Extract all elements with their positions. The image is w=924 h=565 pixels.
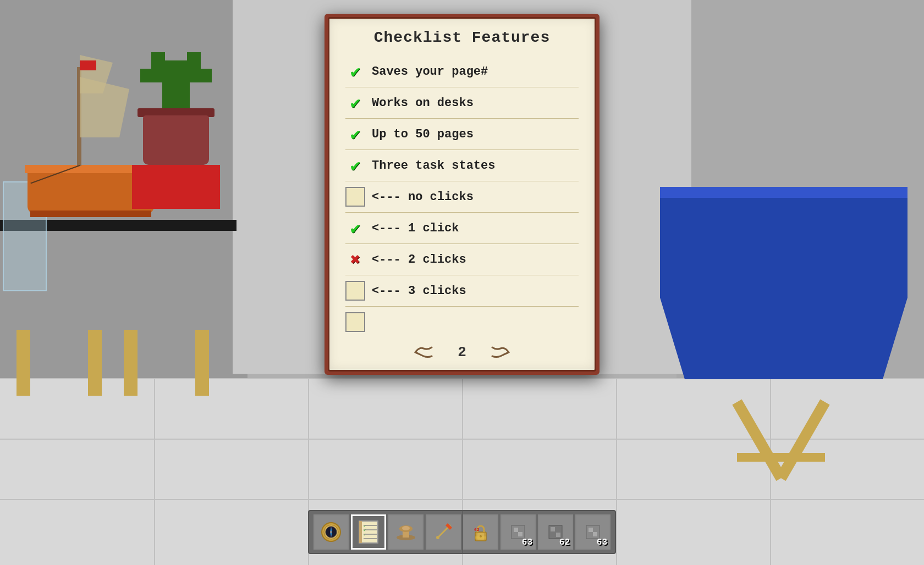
checklist-items: Saves your page# Works on desks Up to 50… (345, 56, 579, 337)
item7-count: 62 (559, 538, 570, 547)
pot-body (143, 115, 209, 165)
svg-rect-33 (518, 532, 522, 536)
book-title: Checklist Features (345, 29, 579, 46)
checklist-item-4[interactable]: Three task states (345, 150, 579, 181)
svg-rect-29 (475, 536, 486, 539)
hotbar-slot-6[interactable]: 63 (501, 514, 536, 550)
checklist-item-3[interactable]: Up to 50 pages (345, 119, 579, 150)
svg-text:S: S (330, 539, 332, 542)
cactus-arm-left (140, 69, 165, 82)
checkbox-empty-9[interactable] (345, 312, 365, 332)
checklist-item-2[interactable]: Works on desks (345, 87, 579, 119)
svg-point-5 (330, 531, 332, 533)
svg-rect-35 (551, 527, 555, 531)
svg-rect-38 (588, 528, 593, 532)
svg-rect-9 (359, 521, 362, 543)
ship-bottom (30, 211, 151, 217)
hotbar-slot-1[interactable]: N S (314, 514, 349, 550)
svg-text:✓: ✓ (364, 524, 366, 528)
svg-rect-21 (403, 534, 409, 537)
compass-icon: N S (319, 520, 343, 544)
checkbox-empty-8[interactable] (345, 281, 365, 301)
checklist-item-9[interactable] (345, 307, 579, 337)
svg-text:62: 62 (474, 527, 480, 532)
blue-table (660, 187, 908, 379)
checklist-item-6[interactable]: <--- 1 click (345, 213, 579, 244)
cactus-arm-right (187, 69, 212, 82)
hotbar: N S ✓ ✓ ✓ (308, 510, 616, 554)
svg-point-20 (402, 526, 410, 530)
checklist-icon: ✓ ✓ ✓ (356, 520, 381, 544)
checkbox-checked-1[interactable] (345, 62, 365, 81)
checkbox-crossed-7[interactable] (345, 250, 365, 269)
table-leg (124, 330, 138, 396)
tool-icon (431, 520, 455, 544)
hat-icon (394, 520, 418, 544)
checkbox-checked-2[interactable] (345, 93, 365, 113)
table-leg (16, 330, 30, 396)
svg-rect-8 (359, 521, 378, 543)
table-leg (195, 330, 209, 396)
checklist-item-1[interactable]: Saves your page# (345, 56, 579, 87)
item8-count: 63 (597, 538, 607, 547)
item-text-1: Saves your page# (372, 65, 488, 79)
table-leg (88, 330, 102, 396)
item-text-2: Works on desks (372, 96, 474, 110)
checklist-item-8[interactable]: <--- 3 clicks (345, 275, 579, 307)
svg-text:N: N (330, 523, 332, 527)
hotbar-slot-4[interactable] (426, 514, 461, 550)
hotbar-slot-5[interactable]: 62 (463, 514, 498, 550)
book-footer: 2 (329, 339, 595, 365)
checklist-item-7[interactable]: <--- 2 clicks (345, 244, 579, 275)
item-text-6: <--- 1 click (372, 221, 459, 235)
next-page-button[interactable] (488, 342, 513, 362)
item6-count: 63 (522, 538, 532, 547)
checkbox-checked-6[interactable] (345, 218, 365, 238)
plant-decoration (132, 44, 220, 209)
hotbar-slot-3[interactable] (388, 514, 424, 550)
checklist-item-5[interactable]: <--- no clicks (345, 181, 579, 213)
svg-rect-39 (593, 532, 597, 536)
checkbox-empty-5[interactable] (345, 187, 365, 207)
item-text-7: <--- 2 clicks (372, 253, 466, 267)
prev-page-button[interactable] (411, 342, 436, 362)
svg-text:✓: ✓ (364, 528, 366, 533)
checkbox-checked-4[interactable] (345, 156, 365, 175)
checklist-book: Checklist Features Saves your page# Work… (324, 14, 600, 375)
item-text-5: <--- no clicks (372, 190, 474, 204)
lock-icon: 62 (469, 520, 493, 544)
svg-text:✓: ✓ (364, 533, 366, 537)
page-number: 2 (458, 344, 466, 361)
checkbox-checked-3[interactable] (345, 124, 365, 144)
svg-point-24 (436, 536, 439, 539)
tablecloth (660, 198, 908, 379)
item-text-8: <--- 3 clicks (372, 284, 466, 298)
item-text-3: Up to 50 pages (372, 128, 474, 141)
hotbar-slot-7[interactable]: 62 (538, 514, 573, 550)
hotbar-slot-8[interactable]: 63 (575, 514, 610, 550)
ship-flag (80, 60, 96, 70)
svg-rect-36 (556, 533, 560, 537)
red-display-block (132, 165, 220, 209)
hotbar-slot-2[interactable]: ✓ ✓ ✓ (351, 514, 386, 550)
item-text-4: Three task states (372, 159, 495, 173)
svg-rect-32 (514, 528, 518, 532)
